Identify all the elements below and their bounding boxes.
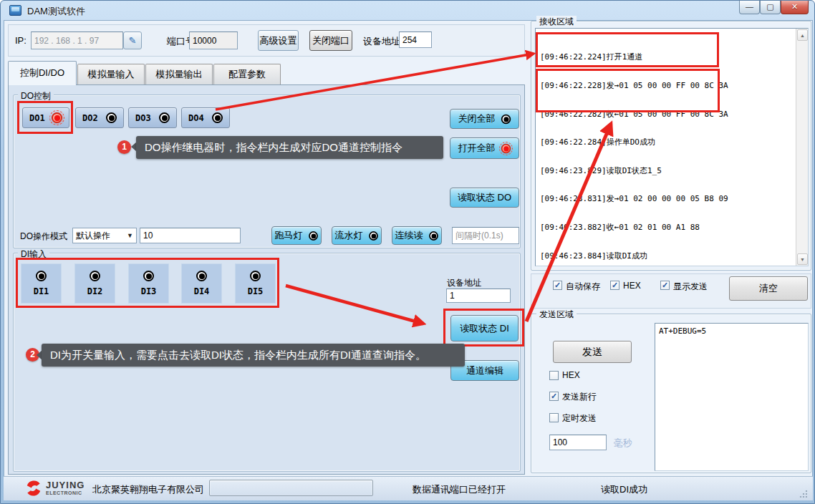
window-title: DAM测试软件	[27, 5, 85, 18]
milliseconds-label: 毫秒	[614, 437, 632, 450]
tab-config-params[interactable]: 配置参数	[213, 64, 281, 85]
continuous-read-label: 连续读	[395, 229, 423, 242]
tab-analog-input[interactable]: 模拟量输入	[77, 64, 145, 85]
log-line: [09:46:23.884]读取DI成功	[540, 251, 728, 261]
show-send-label: 显示发送	[673, 281, 708, 293]
receive-scrollbar[interactable]: ▲ ▼	[796, 29, 808, 266]
tab-control-di-do[interactable]: 控制DI/DO	[8, 61, 77, 85]
scroll-down-icon[interactable]: ▼	[797, 253, 808, 265]
di-device-address-label: 设备地址	[447, 277, 481, 289]
do-count-input[interactable]	[140, 228, 241, 243]
di1-tile: DI1	[21, 263, 62, 304]
receive-log-text: [09:46:22.224]打开1通道 [09:46:22.228]发→01 0…	[540, 34, 728, 279]
di-group-title: DI输入	[18, 248, 49, 261]
log-line: [09:46:23.831]发→01 02 00 00 00 05 B8 09	[540, 194, 728, 203]
title-bar[interactable]: DAM测试软件 — ▢ ✕	[1, 1, 814, 20]
do1-button[interactable]: DO1	[22, 107, 69, 128]
di2-indicator-off	[90, 271, 100, 281]
do3-label: DO3	[135, 113, 151, 123]
receive-area-title: 接收区域	[536, 16, 577, 28]
read-status-di-button[interactable]: 读取状态 DI	[450, 315, 519, 341]
annotation-2-text: DI为开关量输入，需要点击去读取DI状态，指令栏内生成所有DI通道查询指令。	[42, 344, 465, 367]
open-all-button[interactable]: 打开全部	[450, 137, 519, 159]
open-all-label: 打开全部	[458, 142, 496, 155]
continuous-read-button[interactable]: 连续读	[392, 226, 442, 245]
flow-light-label: 流水灯	[335, 229, 363, 242]
device-address-input[interactable]	[399, 32, 432, 48]
resize-grip[interactable]	[799, 489, 807, 498]
annotation-1-number: 1	[117, 140, 131, 154]
app-icon	[9, 5, 21, 16]
do-mode-dropdown[interactable]: 默认操作 ▼	[72, 228, 137, 243]
app-window: DAM测试软件 — ▢ ✕ IP: ✎ 端口号: 高级设置 关闭端口 设备地址:…	[0, 0, 815, 504]
edit-ip-button[interactable]: ✎	[123, 32, 142, 49]
di5-tile: DI5	[235, 263, 276, 304]
maximize-button[interactable]: ▢	[760, 1, 781, 14]
marquee-indicator-off	[309, 231, 318, 241]
read-status-do-button[interactable]: 读取状态 DO	[450, 188, 519, 208]
continuous-indicator-off	[429, 231, 438, 241]
close-button[interactable]: ✕	[781, 1, 809, 14]
maximize-icon: ▢	[766, 2, 773, 11]
send-button[interactable]: 发送	[553, 341, 632, 363]
log-line: [09:46:22.282]收←01 05 00 00 FF 00 8C 3A	[540, 110, 728, 119]
do-mode-selected: 默认操作	[76, 230, 110, 242]
di1-indicator-off	[36, 271, 47, 281]
show-send-checkbox[interactable]: ✓	[660, 281, 670, 290]
di4-indicator-off	[196, 271, 207, 281]
close-port-button[interactable]: 关闭端口	[309, 30, 352, 51]
do1-label: DO1	[29, 113, 45, 123]
tab-analog-output[interactable]: 模拟量输出	[145, 64, 213, 85]
log-line: [09:46:22.224]打开1通道	[540, 52, 728, 62]
minimize-button[interactable]: —	[739, 1, 760, 14]
do-mode-label: DO操作模式	[20, 231, 67, 243]
device-address-label: 设备地址:	[363, 35, 403, 48]
port-status-text: 数据通讯端口已经打开	[413, 483, 506, 496]
do4-button[interactable]: DO4	[181, 107, 230, 128]
hex-receive-label: HEX	[623, 281, 641, 291]
clear-button[interactable]: 清空	[729, 276, 808, 301]
send-content-area[interactable]: AT+DEBUG=5	[655, 323, 809, 471]
do4-label: DO4	[188, 113, 204, 123]
do1-indicator-on	[52, 112, 62, 123]
chevron-down-icon: ▼	[127, 232, 133, 239]
send-interval-input[interactable]	[549, 435, 607, 450]
ip-input[interactable]	[31, 32, 123, 49]
di5-indicator-off	[250, 271, 261, 281]
di2-label: DI2	[87, 286, 103, 296]
check-icon: ✓	[554, 281, 561, 289]
di1-label: DI1	[34, 286, 49, 296]
di4-label: DI4	[194, 286, 210, 296]
do2-label: DO2	[82, 113, 98, 123]
do3-button[interactable]: DO3	[128, 107, 177, 128]
timed-send-checkbox[interactable]	[549, 413, 559, 422]
flow-light-button[interactable]: 流水灯	[332, 226, 382, 245]
close-all-label: 关闭全部	[458, 112, 496, 125]
close-icon: ✕	[791, 2, 798, 11]
di3-indicator-off	[143, 271, 154, 281]
do4-indicator-off	[212, 112, 223, 123]
close-all-button[interactable]: 关闭全部	[450, 109, 519, 129]
autosave-checkbox[interactable]: ✓	[553, 281, 562, 290]
marquee-label: 跑马灯	[275, 229, 303, 242]
port-input[interactable]	[189, 32, 238, 49]
hex-receive-checkbox[interactable]: ✓	[610, 281, 619, 290]
check-icon: ✓	[662, 281, 668, 289]
log-line: [09:46:22.284]操作单DO成功	[540, 137, 728, 147]
do2-button[interactable]: DO2	[75, 107, 124, 128]
send-newline-checkbox[interactable]: ✓	[549, 392, 559, 401]
di-device-address-input[interactable]	[446, 289, 511, 303]
marquee-button[interactable]: 跑马灯	[271, 226, 322, 245]
interval-input[interactable]	[452, 227, 519, 244]
di-status-text: 读取DI成功	[601, 483, 647, 496]
do-group-title: DO控制	[18, 90, 54, 102]
ip-label: IP:	[15, 35, 26, 46]
di5-label: DI5	[248, 286, 264, 296]
di2-tile: DI2	[74, 263, 115, 304]
annotation-1-text: DO操作继电器时，指令栏内生成对应DO通道控制指令	[136, 136, 443, 159]
di3-label: DI3	[141, 286, 157, 296]
logo-text-electronic: ELECTRONIC	[46, 490, 82, 495]
advanced-settings-button[interactable]: 高级设置	[258, 30, 299, 51]
hex-send-checkbox[interactable]	[549, 371, 559, 380]
scroll-up-icon[interactable]: ▲	[797, 29, 808, 41]
